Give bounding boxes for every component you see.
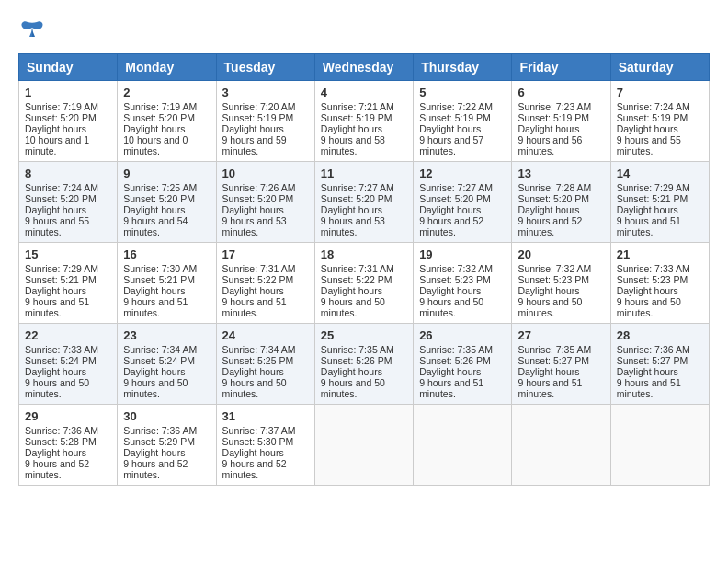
daylight-info: Daylight hours bbox=[617, 204, 703, 215]
calendar-cell: 10Sunrise: 7:26 AMSunset: 5:20 PMDayligh… bbox=[216, 162, 314, 243]
day-number: 30 bbox=[123, 409, 210, 423]
day-number: 14 bbox=[617, 167, 703, 180]
sunset-info: Sunset: 5:20 PM bbox=[123, 193, 210, 204]
sunset-info: Sunset: 5:20 PM bbox=[25, 193, 111, 204]
day-number: 28 bbox=[617, 328, 703, 342]
day-number: 24 bbox=[222, 328, 309, 342]
daylight-detail: 9 hours and 59 minutes. bbox=[222, 134, 309, 156]
sunrise-info: Sunrise: 7:27 AM bbox=[321, 182, 407, 193]
sunrise-info: Sunrise: 7:19 AM bbox=[123, 101, 210, 112]
sunrise-info: Sunrise: 7:21 AM bbox=[321, 101, 407, 112]
daylight-info: Daylight hours bbox=[123, 204, 210, 215]
daylight-detail: 9 hours and 50 minutes. bbox=[518, 296, 604, 318]
sunrise-info: Sunrise: 7:36 AM bbox=[617, 344, 703, 355]
sunset-info: Sunset: 5:28 PM bbox=[25, 436, 111, 447]
daylight-info: Daylight hours bbox=[518, 285, 604, 296]
day-number: 23 bbox=[123, 328, 210, 342]
daylight-info: Daylight hours bbox=[617, 366, 703, 377]
calendar-header-row: SundayMondayTuesdayWednesdayThursdayFrid… bbox=[19, 54, 710, 81]
sunrise-info: Sunrise: 7:35 AM bbox=[419, 344, 506, 355]
sunset-info: Sunset: 5:26 PM bbox=[419, 355, 506, 366]
daylight-detail: 9 hours and 54 minutes. bbox=[123, 215, 210, 237]
day-number: 26 bbox=[419, 328, 506, 342]
calendar-cell: 4Sunrise: 7:21 AMSunset: 5:19 PMDaylight… bbox=[314, 81, 413, 162]
daylight-detail: 9 hours and 57 minutes. bbox=[419, 134, 506, 156]
daylight-detail: 10 hours and 1 minute. bbox=[25, 134, 111, 156]
daylight-info: Daylight hours bbox=[321, 285, 407, 296]
sunrise-info: Sunrise: 7:23 AM bbox=[518, 101, 604, 112]
daylight-detail: 9 hours and 51 minutes. bbox=[222, 296, 309, 318]
sunset-info: Sunset: 5:22 PM bbox=[222, 274, 309, 285]
sunset-info: Sunset: 5:20 PM bbox=[25, 112, 111, 123]
sunrise-info: Sunrise: 7:29 AM bbox=[25, 263, 111, 274]
daylight-info: Daylight hours bbox=[25, 285, 111, 296]
calendar-cell: 20Sunrise: 7:32 AMSunset: 5:23 PMDayligh… bbox=[512, 243, 610, 324]
sunset-info: Sunset: 5:19 PM bbox=[222, 112, 309, 123]
daylight-detail: 10 hours and 0 minutes. bbox=[123, 134, 210, 156]
daylight-detail: 9 hours and 51 minutes. bbox=[419, 377, 506, 399]
logo-icon bbox=[18, 18, 46, 44]
sunset-info: Sunset: 5:21 PM bbox=[123, 274, 210, 285]
calendar-cell: 14Sunrise: 7:29 AMSunset: 5:21 PMDayligh… bbox=[610, 162, 709, 243]
sunset-info: Sunset: 5:26 PM bbox=[321, 355, 407, 366]
sunrise-info: Sunrise: 7:37 AM bbox=[222, 425, 309, 436]
calendar-cell: 1Sunrise: 7:19 AMSunset: 5:20 PMDaylight… bbox=[19, 81, 118, 162]
day-number: 3 bbox=[222, 86, 309, 99]
sunset-info: Sunset: 5:30 PM bbox=[222, 436, 309, 447]
calendar-cell: 19Sunrise: 7:32 AMSunset: 5:23 PMDayligh… bbox=[414, 243, 512, 324]
calendar-cell: 24Sunrise: 7:34 AMSunset: 5:25 PMDayligh… bbox=[216, 324, 314, 405]
daylight-detail: 9 hours and 50 minutes. bbox=[321, 296, 407, 318]
logo bbox=[18, 18, 50, 44]
daylight-detail: 9 hours and 50 minutes. bbox=[123, 377, 210, 399]
calendar-cell: 21Sunrise: 7:33 AMSunset: 5:23 PMDayligh… bbox=[610, 243, 709, 324]
daylight-info: Daylight hours bbox=[222, 366, 309, 377]
daylight-info: Daylight hours bbox=[518, 366, 604, 377]
daylight-info: Daylight hours bbox=[25, 447, 111, 458]
day-number: 5 bbox=[419, 86, 506, 99]
sunset-info: Sunset: 5:20 PM bbox=[518, 193, 604, 204]
sunrise-info: Sunrise: 7:36 AM bbox=[25, 425, 111, 436]
calendar-cell: 11Sunrise: 7:27 AMSunset: 5:20 PMDayligh… bbox=[314, 162, 413, 243]
sunset-info: Sunset: 5:24 PM bbox=[25, 355, 111, 366]
day-number: 27 bbox=[518, 328, 604, 342]
calendar-cell: 9Sunrise: 7:25 AMSunset: 5:20 PMDaylight… bbox=[118, 162, 216, 243]
daylight-info: Daylight hours bbox=[321, 123, 407, 134]
daylight-detail: 9 hours and 53 minutes. bbox=[321, 215, 407, 237]
sunrise-info: Sunrise: 7:19 AM bbox=[25, 101, 111, 112]
day-number: 12 bbox=[419, 167, 506, 180]
daylight-info: Daylight hours bbox=[222, 123, 309, 134]
calendar-cell: 6Sunrise: 7:23 AMSunset: 5:19 PMDaylight… bbox=[512, 81, 610, 162]
column-header-tuesday: Tuesday bbox=[216, 54, 314, 81]
daylight-detail: 9 hours and 51 minutes. bbox=[518, 377, 604, 399]
daylight-detail: 9 hours and 51 minutes. bbox=[25, 296, 111, 318]
calendar-week-row: 1Sunrise: 7:19 AMSunset: 5:20 PMDaylight… bbox=[19, 81, 710, 162]
day-number: 22 bbox=[25, 328, 111, 342]
sunset-info: Sunset: 5:22 PM bbox=[321, 274, 407, 285]
daylight-detail: 9 hours and 50 minutes. bbox=[222, 377, 309, 399]
day-number: 13 bbox=[518, 167, 604, 180]
sunrise-info: Sunrise: 7:26 AM bbox=[222, 182, 309, 193]
daylight-info: Daylight hours bbox=[123, 123, 210, 134]
day-number: 19 bbox=[419, 247, 506, 261]
sunrise-info: Sunrise: 7:25 AM bbox=[123, 182, 210, 193]
column-header-friday: Friday bbox=[512, 54, 610, 81]
page-header bbox=[18, 18, 710, 44]
calendar-cell bbox=[414, 405, 512, 486]
sunrise-info: Sunrise: 7:31 AM bbox=[321, 263, 407, 274]
calendar-cell: 26Sunrise: 7:35 AMSunset: 5:26 PMDayligh… bbox=[414, 324, 512, 405]
sunrise-info: Sunrise: 7:20 AM bbox=[222, 101, 309, 112]
column-header-thursday: Thursday bbox=[414, 54, 512, 81]
daylight-info: Daylight hours bbox=[518, 204, 604, 215]
sunset-info: Sunset: 5:29 PM bbox=[123, 436, 210, 447]
daylight-info: Daylight hours bbox=[419, 123, 506, 134]
daylight-info: Daylight hours bbox=[617, 123, 703, 134]
sunrise-info: Sunrise: 7:34 AM bbox=[123, 344, 210, 355]
daylight-info: Daylight hours bbox=[518, 123, 604, 134]
daylight-detail: 9 hours and 56 minutes. bbox=[518, 134, 604, 156]
day-number: 20 bbox=[518, 247, 604, 261]
sunrise-info: Sunrise: 7:33 AM bbox=[25, 344, 111, 355]
sunset-info: Sunset: 5:23 PM bbox=[617, 274, 703, 285]
sunrise-info: Sunrise: 7:30 AM bbox=[123, 263, 210, 274]
calendar-cell: 22Sunrise: 7:33 AMSunset: 5:24 PMDayligh… bbox=[19, 324, 118, 405]
daylight-info: Daylight hours bbox=[123, 285, 210, 296]
